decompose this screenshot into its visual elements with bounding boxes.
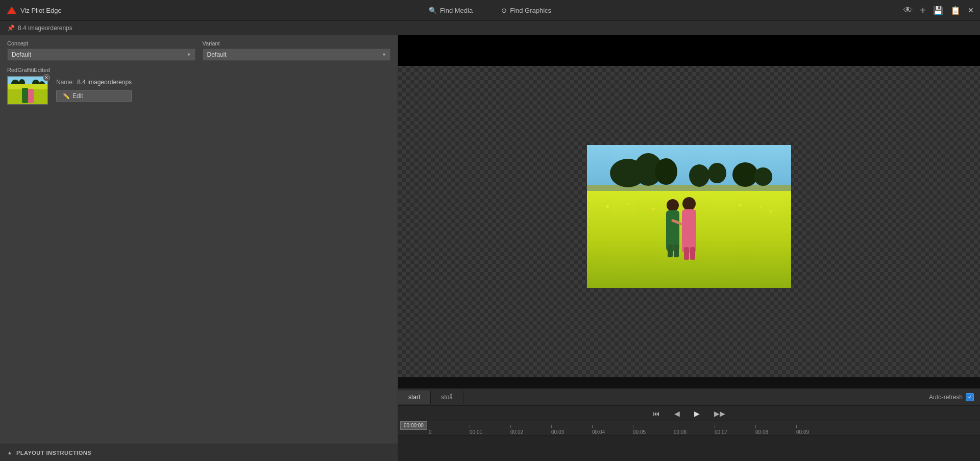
ruler-mark-9: 00:09 (796, 425, 837, 435)
close-icon[interactable]: ✕ (968, 6, 974, 14)
svg-rect-31 (682, 209, 696, 253)
svg-rect-33 (690, 247, 695, 260)
media-name-row: Name: 8.4 imageorderenps (56, 79, 132, 86)
ruler-mark-1: 00:01 (470, 425, 510, 435)
variant-field-group: Variant Default (203, 40, 391, 61)
save-icon[interactable]: 💾 (933, 6, 943, 15)
ruler-tick (470, 425, 470, 428)
preview-svg (587, 145, 791, 288)
playout-bar[interactable]: ▲ PLAYOUT INSTRUCTIONS (0, 444, 398, 461)
variant-select[interactable]: Default (203, 48, 391, 61)
top-bar: Viz Pilot Edge 🔍 Find Media ⊙ Find Graph… (0, 0, 980, 21)
media-thumb-wrapper: ✕ (7, 76, 48, 105)
svg-point-21 (627, 203, 629, 205)
svg-rect-32 (684, 247, 689, 260)
left-panel-body (0, 110, 398, 444)
playout-label: PLAYOUT INSTRUCTIONS (16, 450, 91, 456)
add-icon[interactable]: + (920, 5, 926, 16)
svg-marker-0 (7, 7, 16, 14)
ruler-label: 00:06 (674, 429, 687, 435)
breadcrumb-pin: 📌 (7, 25, 15, 32)
thumbnail-image (8, 77, 48, 105)
ruler-tick (633, 425, 633, 428)
doc-name: 8.4 imageorderenps (18, 25, 72, 32)
concept-variant-row: Concept Default Variant Default (0, 35, 398, 65)
timeline-tab-row: start stoå Auto-refresh ✓ (398, 389, 980, 406)
play-button[interactable]: ▶ (691, 408, 703, 419)
media-item-row: ✕ Name: 8.4 imageorderenps ✏️ Edit (7, 76, 390, 105)
svg-rect-29 (674, 245, 679, 257)
auto-refresh-label: Auto-refresh (929, 394, 963, 401)
tab-stop[interactable]: stoå (431, 391, 463, 404)
ruler-mark-7: 00:07 (715, 425, 755, 435)
ruler-mark-5: 00:05 (633, 425, 674, 435)
svg-point-30 (682, 197, 696, 210)
timeline-ruler: 00:00:00 0 00:01 00:02 (398, 421, 980, 435)
playhead-time: 00:00:00 (400, 421, 427, 430)
preview-area (398, 35, 980, 387)
black-bar-top (398, 35, 980, 66)
svg-point-15 (689, 164, 709, 187)
edit-icon: ✏️ (63, 93, 70, 100)
concept-select[interactable]: Default (7, 48, 195, 61)
tab-start[interactable]: start (398, 391, 431, 404)
concept-field-group: Concept Default (7, 40, 195, 61)
eye-icon[interactable]: 👁 (903, 5, 913, 16)
svg-point-23 (739, 204, 742, 207)
black-bar-bottom (398, 377, 980, 387)
app-title: Viz Pilot Edge (20, 7, 62, 14)
auto-refresh-row: Auto-refresh ✓ (923, 393, 980, 401)
save-as-icon[interactable]: 📋 (950, 6, 961, 15)
media-info: Name: 8.4 imageorderenps ✏️ Edit (56, 79, 132, 102)
main-layout: Concept Default Variant Default RedGraff… (0, 35, 980, 461)
ruler-mark-3: 00:03 (551, 425, 592, 435)
ruler-mark-2: 00:02 (510, 425, 551, 435)
name-label: Name: (56, 79, 74, 86)
media-thumb-close-button[interactable]: ✕ (43, 74, 50, 81)
auto-refresh-checkbox[interactable]: ✓ (966, 393, 974, 401)
ruler-tick (510, 425, 511, 428)
find-graphics-button[interactable]: ⊙ Find Graphics (497, 5, 555, 16)
media-section-title: RedGraffitiEdited (7, 67, 390, 73)
ruler-tick (592, 425, 593, 428)
svg-point-26 (667, 199, 679, 211)
ruler-label: 00:05 (633, 429, 646, 435)
ruler-label: 00:02 (510, 429, 523, 435)
find-media-label: Find Media (440, 7, 473, 14)
chevron-up-icon: ▲ (7, 450, 12, 455)
ruler-tick (551, 425, 552, 428)
media-name-value: 8.4 imageorderenps (77, 79, 132, 86)
edit-button[interactable]: ✏️ Edit (56, 90, 132, 102)
graphics-icon: ⊙ (501, 7, 507, 14)
find-media-button[interactable]: 🔍 Find Media (425, 5, 477, 16)
variant-label: Variant (203, 40, 391, 46)
media-section: RedGraffitiEdited (0, 65, 398, 110)
ruler-label: 0 (429, 429, 432, 435)
ruler-tick (674, 425, 674, 428)
svg-point-22 (652, 207, 655, 210)
step-forward-button[interactable]: ▶▶ (711, 408, 728, 419)
timeline-track[interactable] (398, 435, 980, 461)
ruler-label: 00:08 (755, 429, 768, 435)
ruler-tick (429, 425, 429, 428)
variant-select-wrapper: Default (203, 48, 391, 61)
ruler-mark-8: 00:08 (755, 425, 796, 435)
step-back-button[interactable]: ◀ (671, 408, 683, 419)
edit-btn-label: Edit (72, 92, 83, 100)
ruler-label: 00:03 (551, 429, 564, 435)
ruler-mark-0: 0 (429, 425, 470, 435)
ruler-mark-4: 00:04 (592, 425, 633, 435)
top-bar-center: 🔍 Find Media ⊙ Find Graphics (425, 5, 555, 16)
svg-point-25 (769, 210, 772, 213)
subtitle-bar: 📌 8.4 imageorderenps (0, 21, 980, 35)
ruler-label: 00:01 (470, 429, 482, 435)
preview-image (587, 145, 791, 288)
search-icon: 🔍 (429, 7, 437, 14)
ruler-label: 00:04 (592, 429, 605, 435)
logo-icon (6, 5, 17, 16)
skip-to-start-button[interactable]: ⏮ (650, 408, 663, 419)
svg-point-24 (760, 206, 762, 208)
right-panel: start stoå Auto-refresh ✓ ⏮ ◀ ▶ ▶▶ 00:00… (398, 35, 980, 461)
media-thumbnail[interactable] (7, 76, 48, 105)
svg-point-18 (754, 167, 772, 186)
